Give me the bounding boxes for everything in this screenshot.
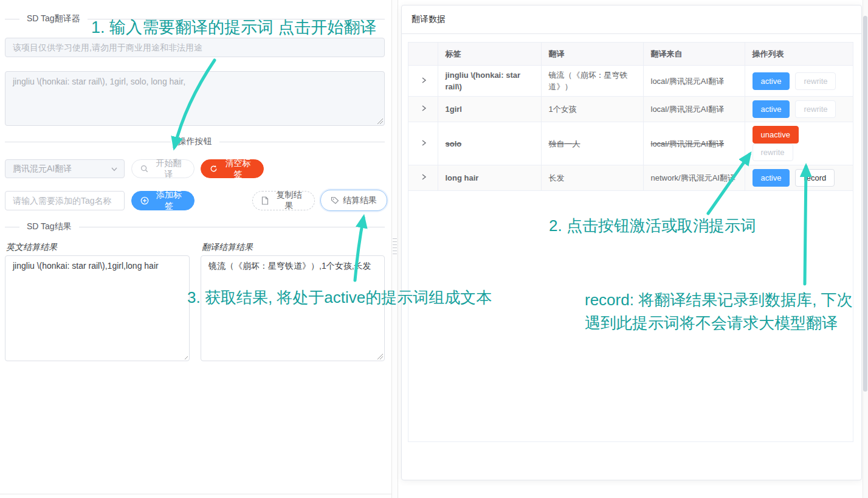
tag-cell: long hair <box>438 165 541 191</box>
settle-result-label: 结算结果 <box>343 195 377 206</box>
active-button[interactable]: active <box>753 72 790 90</box>
copy-result-button[interactable]: 复制结果 <box>252 191 315 210</box>
source-cell: local/腾讯混元AI翻译 <box>643 122 745 165</box>
divider-line <box>5 19 19 19</box>
table-row: solo独自一人local/腾讯混元AI翻译unactiverewrite <box>408 122 853 165</box>
prompt-tags-textarea[interactable]: jingliu \(honkai: star rail\), 1girl, so… <box>5 71 385 126</box>
chevron-down-icon <box>111 165 118 173</box>
translation-cell: 镜流（《崩坏：星穹铁道》） <box>541 66 643 97</box>
translation-data-card: 翻译数据 标签翻译翻译来自操作列表 jingliu \(honkai: star… <box>401 5 862 480</box>
divider-line <box>5 142 171 142</box>
clear-tags-label: 清空标签 <box>221 158 255 180</box>
rewrite-button: rewrite <box>795 72 836 90</box>
en-result-textarea[interactable]: jingliu \(honkai: star rail\),1girl,long… <box>5 255 190 361</box>
active-button[interactable]: active <box>753 169 790 187</box>
section-divider-actions: 操作按钮 <box>5 136 385 147</box>
divider-line <box>5 227 19 227</box>
add-tag-label: 添加标签 <box>153 190 185 212</box>
add-tag-button[interactable]: 添加标签 <box>131 191 195 210</box>
column-header: 翻译 <box>541 43 643 66</box>
start-translate-button[interactable]: 开始翻译 <box>131 159 195 178</box>
circle-plus-icon <box>140 196 149 205</box>
column-header: 翻译来自 <box>643 43 745 66</box>
section-divider-results: SD Tag结果 <box>5 221 385 232</box>
search-icon <box>140 165 148 173</box>
left-pane-bottom-border <box>0 494 394 494</box>
tag-cell: 1girl <box>438 97 541 122</box>
column-header-expand <box>408 43 438 66</box>
tag-cell: solo <box>438 122 541 165</box>
table-row: 1girl1个女孩local/腾讯混元AI翻译activerewrite <box>408 97 853 122</box>
card-header: 翻译数据 <box>402 5 861 34</box>
rewrite-button: rewrite <box>753 144 793 161</box>
table-row: long hair长发network/腾讯混元AI翻译activerecord <box>408 165 853 191</box>
chevron-right-icon <box>420 173 427 181</box>
row-expand-button[interactable] <box>408 122 438 165</box>
chevron-right-icon <box>420 139 427 147</box>
cn-result-label: 翻译结算结果 <box>202 242 253 253</box>
splitter-grip-icon <box>393 236 397 257</box>
section-title-actions: 操作按钮 <box>171 136 219 147</box>
chevron-right-icon <box>420 105 427 112</box>
pane-splitter-handle[interactable] <box>391 0 398 498</box>
app-window: SD Tag翻译器 jingliu \(honkai: star rail\),… <box>0 0 868 498</box>
table-container: 标签翻译翻译来自操作列表 jingliu \(honkai: star rail… <box>408 42 853 442</box>
tag-cell: jingliu \(honkai: star rail\) <box>438 66 541 97</box>
en-result-label: 英文结算结果 <box>6 242 57 253</box>
copy-result-label: 复制结果 <box>272 190 306 212</box>
settle-result-button[interactable]: 结算结果 <box>320 190 387 211</box>
record-button[interactable]: record <box>795 169 835 187</box>
price-tag-icon <box>331 196 339 204</box>
source-cell: local/腾讯混元AI翻译 <box>643 97 745 122</box>
translation-table: 标签翻译翻译来自操作列表 jingliu \(honkai: star rail… <box>408 43 853 191</box>
translation-cell: 独自一人 <box>541 122 643 165</box>
actions-cell: activerecord <box>745 165 853 191</box>
source-cell: local/腾讯混元AI翻译 <box>643 66 745 97</box>
unactive-button[interactable]: unactive <box>753 126 799 144</box>
actions-cell: activerewrite <box>745 66 853 97</box>
notice-input <box>5 38 385 57</box>
card-title: 翻译数据 <box>412 14 446 25</box>
row-expand-button[interactable] <box>408 165 438 191</box>
scrollbar-thumb[interactable] <box>863 16 867 392</box>
engine-select[interactable]: 腾讯混元AI翻译 <box>5 159 125 178</box>
actions-cell: activerewrite <box>745 97 853 122</box>
divider-line <box>219 142 385 142</box>
divider-line <box>79 227 385 227</box>
cn-result-textarea[interactable]: 镜流（《崩坏：星穹铁道》）,1个女孩,长发 <box>201 255 385 361</box>
add-tag-input[interactable] <box>5 191 125 210</box>
section-title-translator: SD Tag翻译器 <box>19 13 88 24</box>
document-icon <box>261 196 269 205</box>
section-title-results: SD Tag结果 <box>19 221 79 232</box>
column-header: 操作列表 <box>745 43 853 66</box>
actions-cell: unactiverewrite <box>745 122 853 165</box>
table-header-row: 标签翻译翻译来自操作列表 <box>408 43 853 66</box>
section-divider-translator: SD Tag翻译器 <box>5 13 385 24</box>
clear-tags-button[interactable]: 清空标签 <box>201 159 264 178</box>
refresh-icon <box>210 165 218 173</box>
chevron-right-icon <box>420 77 427 84</box>
translation-cell: 长发 <box>541 165 643 191</box>
rewrite-button: rewrite <box>795 100 836 118</box>
table-row: jingliu \(honkai: star rail\)镜流（《崩坏：星穹铁道… <box>408 66 853 97</box>
column-header: 标签 <box>438 43 541 66</box>
translation-cell: 1个女孩 <box>541 97 643 122</box>
source-cell: network/腾讯混元AI翻译 <box>643 165 745 191</box>
row-expand-button[interactable] <box>408 66 438 97</box>
start-translate-label: 开始翻译 <box>152 158 185 180</box>
divider-line <box>88 19 385 19</box>
active-button[interactable]: active <box>753 100 790 118</box>
engine-select-value: 腾讯混元AI翻译 <box>13 164 72 175</box>
row-expand-button[interactable] <box>408 97 438 122</box>
